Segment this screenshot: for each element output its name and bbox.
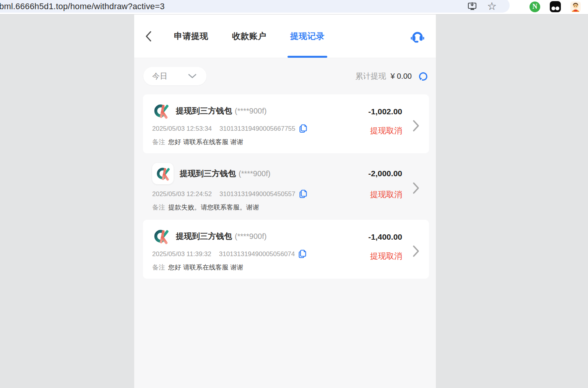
records-toolbar: 今日 累计提现 ¥ 0.00	[134, 58, 436, 85]
refresh-icon[interactable]	[418, 71, 428, 81]
chevron-right-icon[interactable]	[412, 120, 420, 132]
record-title: 提现到三方钱包	[176, 106, 232, 116]
chevron-down-icon	[188, 74, 197, 78]
ck-wallet-logo-icon	[152, 103, 170, 119]
record-note-label: 备注	[152, 138, 165, 146]
install-app-icon[interactable]	[468, 2, 477, 11]
copy-icon[interactable]	[299, 124, 307, 133]
extension-n-icon[interactable]: N	[530, 2, 540, 12]
record-order-number: 310131319490005056074	[219, 250, 295, 258]
copy-icon[interactable]	[299, 190, 307, 198]
record-amount: -1,400.00	[368, 228, 402, 246]
record-account: (****900f)	[239, 169, 270, 178]
bookmark-star-icon[interactable]: ☆	[487, 1, 497, 12]
back-button[interactable]	[145, 31, 154, 42]
record-account: (****900f)	[235, 107, 266, 115]
copy-icon[interactable]	[299, 250, 306, 258]
withdraw-record-row[interactable]: 提现到三方钱包 (****900f) 2025/05/03 12:53:34 3…	[143, 94, 429, 153]
ck-wallet-logo-icon	[152, 163, 174, 184]
date-filter-value: 今日	[152, 71, 167, 81]
record-note-label: 备注	[152, 263, 165, 272]
record-note-text: 您好 请联系在线客服 谢谢	[168, 138, 243, 146]
withdraw-record-row[interactable]: 提现到三方钱包 (****900f) 2025/05/03 11:39:32 3…	[143, 220, 429, 279]
record-status-cancel[interactable]: 提现取消	[370, 190, 402, 199]
record-note-label: 备注	[152, 203, 165, 212]
record-datetime: 2025/05/03 12:24:52	[152, 190, 212, 198]
extension-black-icon[interactable]	[550, 1, 561, 12]
total-withdraw-label: 累计提现	[355, 71, 386, 81]
ck-wallet-logo-icon	[152, 228, 170, 244]
record-account: (****900f)	[235, 232, 266, 241]
withdraw-panel: 申请提现 收款账户 提现记录 今日	[134, 15, 436, 388]
chevron-right-icon[interactable]	[412, 182, 420, 194]
record-order-number: 310131319490005450557	[219, 190, 296, 198]
record-status-cancel[interactable]: 提现取消	[370, 126, 402, 135]
page-background: 申请提现 收款账户 提现记录 今日	[0, 15, 588, 388]
date-filter-dropdown[interactable]: 今日	[143, 67, 206, 85]
chevron-right-icon[interactable]	[412, 245, 420, 257]
record-amount: -2,000.00	[368, 163, 402, 184]
record-amount: -1,002.00	[368, 103, 402, 120]
tab-receiving-account[interactable]: 收款账户	[232, 15, 266, 58]
tab-bar: 申请提现 收款账户 提现记录	[174, 15, 325, 58]
panel-header: 申请提现 收款账户 提现记录	[134, 15, 436, 58]
record-note-text: 您好 请联系在线客服 谢谢	[168, 263, 243, 272]
record-datetime: 2025/05/03 12:53:34	[152, 125, 212, 133]
tab-withdraw-records[interactable]: 提现记录	[290, 15, 325, 58]
total-withdraw-summary: 累计提现 ¥ 0.00	[355, 71, 428, 81]
record-order-number: 310131319490005667755	[219, 125, 296, 133]
profile-avatar[interactable]	[570, 2, 581, 12]
record-title: 提现到三方钱包	[180, 168, 236, 179]
browser-toolbar: bml.6666h5d1.top/home/withdraw?active=3 …	[0, 0, 588, 15]
address-bar[interactable]: bml.6666h5d1.top/home/withdraw?active=3 …	[0, 0, 510, 13]
record-datetime: 2025/05/03 11:39:32	[152, 250, 211, 258]
tab-apply-withdraw[interactable]: 申请提现	[174, 15, 208, 58]
record-status-cancel[interactable]: 提现取消	[370, 252, 402, 261]
record-title: 提现到三方钱包	[176, 231, 232, 242]
customer-service-icon[interactable]	[411, 29, 424, 43]
withdraw-record-row[interactable]: 提现到三方钱包 (****900f) 2025/05/03 12:24:52 3…	[143, 154, 429, 219]
record-note-text: 提款失败。请您联系客服。谢谢	[168, 203, 259, 212]
total-withdraw-amount: ¥ 0.00	[390, 72, 412, 81]
url-text[interactable]: bml.6666h5d1.top/home/withdraw?active=3	[0, 2, 165, 11]
